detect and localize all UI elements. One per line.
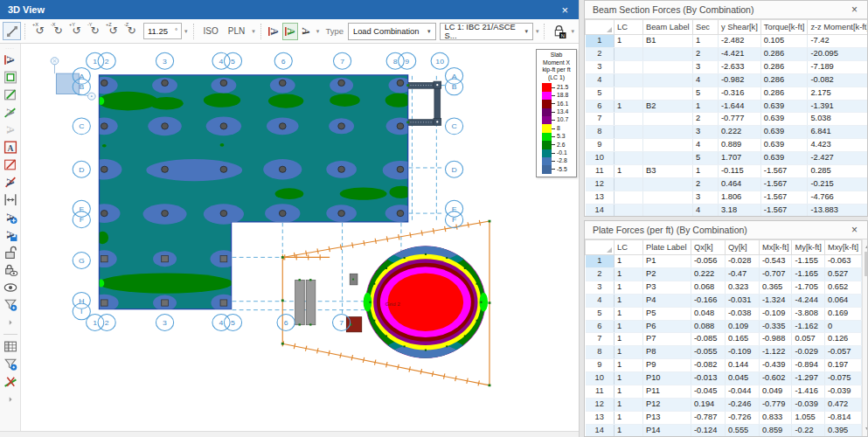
model-scene[interactable]: Grid 2 <box>21 44 578 431</box>
cell[interactable]: P2 <box>643 267 691 281</box>
member-rendered-button[interactable]: A <box>282 23 298 40</box>
filter-results-icon[interactable] <box>3 357 18 371</box>
grid-bubble[interactable]: F <box>73 212 90 228</box>
cell[interactable]: P5 <box>643 307 691 320</box>
column-node[interactable] <box>220 80 227 86</box>
cell[interactable]: -0.044 <box>726 385 760 399</box>
cell[interactable]: -0.056 <box>691 255 726 268</box>
grid-bubble[interactable]: 2 <box>98 52 115 69</box>
cell[interactable]: -0.316 <box>719 87 761 100</box>
grid-bubble[interactable]: 1 <box>87 315 104 331</box>
row-number[interactable]: 10 <box>586 372 615 385</box>
load-combination-select[interactable]: LC 1: IBC 21/ASCE S... ▾ <box>440 23 533 40</box>
cell[interactable]: 1 <box>615 100 643 113</box>
plate-table-scrollbar[interactable] <box>862 239 868 436</box>
cell[interactable]: -0.246 <box>726 398 760 411</box>
cell[interactable]: 0.048 <box>691 307 726 320</box>
cell[interactable]: -0.982 <box>719 73 761 87</box>
column-node[interactable] <box>101 123 108 129</box>
column-node-square[interactable] <box>220 300 227 306</box>
row-number[interactable]: 12 <box>586 398 615 411</box>
row-number[interactable]: 12 <box>586 177 615 191</box>
cell[interactable] <box>615 113 643 126</box>
cell[interactable]: 1 <box>615 333 643 346</box>
cell[interactable]: -1.705 <box>792 281 824 294</box>
cell[interactable]: 0.222 <box>719 126 761 139</box>
cell[interactable] <box>615 60 643 73</box>
clear-marks-icon[interactable] <box>3 374 18 389</box>
column-node-square[interactable] <box>162 300 169 306</box>
cell[interactable]: 0.165 <box>726 333 760 346</box>
column-header[interactable]: Qy[k] <box>726 240 760 255</box>
cell[interactable]: -0.013 <box>691 372 726 385</box>
cell[interactable]: 1 <box>615 35 643 48</box>
column-header[interactable]: Sec <box>693 20 719 35</box>
cell[interactable]: 0.464 <box>719 177 761 191</box>
cell[interactable]: 5 <box>693 87 719 100</box>
cell[interactable]: 0.527 <box>824 267 861 281</box>
column-node[interactable] <box>338 80 345 86</box>
cell[interactable]: 2 <box>693 47 719 60</box>
cell[interactable] <box>615 152 643 165</box>
cell[interactable]: -1.567 <box>760 191 808 204</box>
cell[interactable]: 0.057 <box>792 333 824 346</box>
cell[interactable]: 0.639 <box>760 100 808 113</box>
dimension-icon[interactable] <box>3 192 18 207</box>
column-node[interactable] <box>279 210 286 216</box>
cell[interactable]: -0.777 <box>719 113 761 126</box>
cell[interactable] <box>615 73 643 87</box>
cell[interactable]: 0.555 <box>726 424 760 437</box>
cell[interactable]: -0.115 <box>719 165 761 178</box>
cell[interactable]: 1 <box>693 100 719 113</box>
grid-bubble[interactable]: H <box>73 292 90 309</box>
cell[interactable]: 1.055 <box>792 411 824 424</box>
column-node[interactable] <box>397 166 404 172</box>
cell[interactable]: 1 <box>615 255 643 268</box>
column-header[interactable]: LC <box>615 240 643 255</box>
column-node[interactable] <box>162 123 169 129</box>
rotate-plusminus-y-button[interactable]: ↺+Y <box>67 22 86 40</box>
grid-bubble[interactable]: 1 <box>87 52 104 69</box>
column-node[interactable] <box>162 166 169 172</box>
cell[interactable]: 1.806 <box>719 191 761 204</box>
grid-bubble[interactable]: C <box>73 118 90 135</box>
cell[interactable]: 0.286 <box>760 60 808 73</box>
cell[interactable]: 1 <box>615 372 643 385</box>
cell[interactable]: -7.42 <box>808 35 868 48</box>
cell[interactable]: 0.286 <box>760 47 808 60</box>
cell[interactable]: -1.567 <box>760 204 808 217</box>
cell[interactable]: -0.47 <box>726 267 760 281</box>
column-node[interactable] <box>162 80 169 86</box>
cell[interactable]: 1 <box>693 165 719 178</box>
cell[interactable]: -4.421 <box>719 47 761 60</box>
cell[interactable]: P10 <box>643 372 691 385</box>
visibility-icon[interactable] <box>3 280 18 295</box>
render-dropdown-icon[interactable]: ▾ <box>315 28 322 35</box>
scrollbar-thumb[interactable] <box>865 252 868 276</box>
cell[interactable]: P7 <box>643 333 691 346</box>
cell[interactable] <box>643 204 693 217</box>
cell[interactable]: -0.045 <box>691 385 726 399</box>
cell[interactable]: -1.155 <box>792 255 824 268</box>
cell[interactable]: 0.395 <box>824 424 861 437</box>
cell[interactable]: -0.109 <box>760 307 792 320</box>
cell[interactable] <box>615 191 643 204</box>
cell[interactable]: P8 <box>643 346 691 359</box>
cell[interactable]: 1 <box>615 411 643 424</box>
row-number[interactable]: 8 <box>586 126 615 139</box>
cell[interactable]: 0.365 <box>760 281 792 294</box>
cell[interactable]: -0.726 <box>726 411 760 424</box>
row-number[interactable]: 10 <box>586 152 615 165</box>
row-number[interactable]: 3 <box>586 60 615 73</box>
lock-node-button[interactable]: N <box>550 22 568 40</box>
cell[interactable]: 1 <box>615 398 643 411</box>
column-node-square[interactable] <box>220 256 227 262</box>
add-node-icon[interactable]: A <box>3 210 18 225</box>
column-node-square[interactable] <box>101 256 108 262</box>
row-number[interactable]: 13 <box>586 411 615 424</box>
cell[interactable]: P12 <box>643 398 691 411</box>
cell[interactable]: 3 <box>693 126 719 139</box>
cell[interactable]: P11 <box>643 385 691 399</box>
cell[interactable]: -0.543 <box>760 255 792 268</box>
column-header[interactable]: My[k-ft] <box>792 240 824 255</box>
